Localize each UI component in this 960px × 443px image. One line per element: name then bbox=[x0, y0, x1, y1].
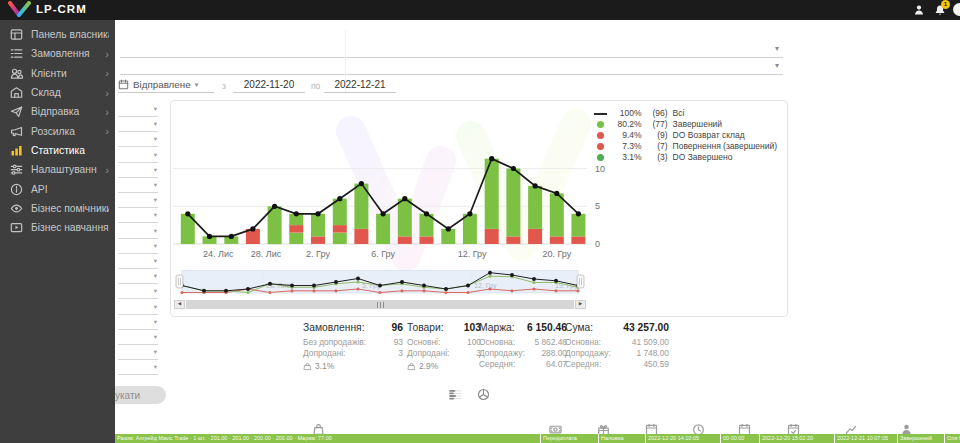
sidebar-item-statistics[interactable]: Статистика bbox=[0, 141, 115, 160]
filter-select-top-2[interactable]: ▾ bbox=[120, 58, 783, 75]
sidebar-item-orders[interactable]: Замовлення› bbox=[0, 44, 115, 63]
mini-filter-select-8[interactable]: ▾ bbox=[118, 209, 158, 223]
stat-sub-label: Допродані: bbox=[303, 348, 345, 359]
legend-item[interactable]: 100%(96)Всі bbox=[593, 108, 777, 119]
date-to-input[interactable]: 2022-12-21 bbox=[324, 77, 396, 93]
legend-label: Повернення (завершений) bbox=[673, 141, 777, 151]
helpers-icon bbox=[10, 202, 23, 215]
mini-filter-select-4[interactable]: ▾ bbox=[118, 149, 158, 163]
mini-filter-select-17[interactable]: ▾ bbox=[118, 346, 158, 360]
sidebar-item-shipping[interactable]: Відправка› bbox=[0, 102, 115, 121]
sidebar-item-api[interactable]: API bbox=[0, 179, 115, 198]
training-icon bbox=[10, 221, 23, 234]
date-type-label: Відправлене bbox=[133, 79, 191, 90]
stat-sub-label: Середня: bbox=[479, 359, 515, 370]
user-icon[interactable] bbox=[913, 4, 925, 16]
sidebar-item-label: Бізнес навчання bbox=[31, 222, 109, 233]
scroll-right-button[interactable]: ▶ bbox=[575, 300, 586, 309]
sidebar-item-label: Панель власника bbox=[31, 29, 109, 40]
chevron-down-icon: ▾ bbox=[154, 120, 157, 128]
orders-chart-panel: 051024. Лис28. Лис2. Гру6. Гру12. Гру20.… bbox=[170, 100, 788, 317]
scrollbar-grip[interactable] bbox=[373, 302, 387, 308]
chart-navigator[interactable]: 28. Лис5. Гру12. Гру19. Гру bbox=[174, 269, 586, 299]
stat-sub-label: Допродажу: bbox=[479, 348, 525, 359]
stat-sub-label: Основна: bbox=[479, 337, 515, 348]
mini-filter-select-18[interactable]: ▾ bbox=[118, 361, 158, 375]
sidebar-item-mailing[interactable]: Розсилка› bbox=[0, 121, 115, 140]
chevron-down-icon: ▾ bbox=[154, 272, 157, 280]
sidebar-item-settings[interactable]: Налаштування› bbox=[0, 160, 115, 179]
notification-badge: 1 bbox=[941, 0, 950, 9]
legend-item[interactable]: 80.2%(77)Завершений bbox=[593, 119, 777, 130]
x-axis-tick: 12. Гру bbox=[458, 249, 487, 259]
stat-sub-value: 288.00 bbox=[541, 348, 567, 359]
legend-item[interactable]: 7.3%(7)Повернення (завершений) bbox=[593, 141, 777, 152]
pie-chart-icon[interactable] bbox=[477, 388, 490, 401]
sidebar-item-helpers[interactable]: Бізнес помічники bbox=[0, 199, 115, 218]
table-total-row: Разом: Апгрейд Mavic Trade · 1 шт. · 201… bbox=[115, 434, 960, 443]
chevron-right-icon: › bbox=[105, 87, 109, 99]
legend-count: (7) bbox=[644, 141, 668, 152]
mini-filter-select-6[interactable]: ▾ bbox=[118, 179, 158, 193]
sidebar-item-training[interactable]: Бізнес навчання bbox=[0, 218, 115, 237]
stat-title: Сума: bbox=[565, 322, 593, 333]
legend-item[interactable]: 3.1%(3)DO Завершено bbox=[593, 152, 777, 163]
table-cell: Оля Но bbox=[944, 434, 960, 443]
legend-percent: 80.2% bbox=[608, 119, 642, 130]
navigator-scrollbar[interactable]: ◀ ▶ bbox=[174, 300, 586, 309]
sidebar-item-warehouse[interactable]: Склад› bbox=[0, 83, 115, 102]
mailing-icon bbox=[10, 125, 23, 138]
chart-legend: 100%(96)Всі80.2%(77)Завершений9.4%(9)DO … bbox=[593, 108, 777, 163]
stat-sub-value: 41 509.00 bbox=[632, 337, 669, 348]
navigator-right-handle[interactable] bbox=[577, 275, 584, 288]
legend-count: (77) bbox=[644, 119, 668, 130]
mini-filter-select-14[interactable]: ▾ bbox=[118, 301, 158, 315]
settings-icon bbox=[10, 163, 23, 176]
mini-filter-select-12[interactable]: ▾ bbox=[118, 270, 158, 284]
stat-sub-value: 93 bbox=[394, 337, 403, 348]
chevron-down-icon: ▾ bbox=[154, 105, 157, 113]
legend-item[interactable]: 9.4%(9)DO Возврат склад bbox=[593, 130, 777, 141]
date-type-select[interactable]: Відправлене ▾ bbox=[118, 77, 214, 93]
stat-sub-value: 1 748.00 bbox=[636, 348, 669, 359]
mini-filter-select-5[interactable]: ▾ bbox=[118, 164, 158, 178]
stat-value: 6 150.46 bbox=[527, 322, 567, 333]
stat-sub-label: Без допродажів: bbox=[303, 337, 366, 348]
sidebar-item-label: Замовлення bbox=[31, 48, 97, 59]
sidebar-item-clients[interactable]: Клієнти› bbox=[0, 64, 115, 83]
sidebar-item-owner-panel[interactable]: Панель власника bbox=[0, 25, 115, 44]
list-bars-icon[interactable] bbox=[449, 388, 462, 401]
legend-dot-marker bbox=[597, 121, 604, 128]
mini-filter-select-13[interactable]: ▾ bbox=[118, 285, 158, 299]
mini-filter-select-10[interactable]: ▾ bbox=[118, 240, 158, 254]
orders-chart[interactable]: 051024. Лис28. Лис2. Гру6. Гру12. Гру20.… bbox=[173, 104, 613, 262]
lp-crm-logo-icon bbox=[7, 1, 33, 18]
sidebar-item-label: Відправка bbox=[31, 106, 97, 117]
date-from-input[interactable]: 2022-11-20 bbox=[233, 77, 305, 93]
mini-filter-select-2[interactable]: ▾ bbox=[118, 118, 158, 132]
table-cell: Завершений bbox=[897, 434, 943, 443]
from-label: з bbox=[222, 81, 226, 91]
mini-filter-select-16[interactable]: ▾ bbox=[118, 331, 158, 345]
mini-filter-select-11[interactable]: ▾ bbox=[118, 255, 158, 269]
avatar[interactable] bbox=[953, 3, 960, 16]
stat-sub-value: 5 862.46 bbox=[534, 337, 567, 348]
mini-filter-select-1[interactable]: ▾ bbox=[118, 103, 158, 117]
sidebar: Панель власникаЗамовлення›Клієнти›Склад›… bbox=[0, 20, 115, 443]
mini-filter-select-3[interactable]: ▾ bbox=[118, 133, 158, 147]
scroll-left-button[interactable]: ◀ bbox=[174, 300, 185, 309]
y-axis-tick: 10 bbox=[595, 164, 605, 174]
navigator-left-handle[interactable] bbox=[176, 275, 183, 288]
chevron-down-icon: ▾ bbox=[154, 196, 157, 204]
mini-filter-select-15[interactable]: ▾ bbox=[118, 316, 158, 330]
table-cell: Наложка bbox=[598, 434, 644, 443]
legend-dot-marker bbox=[597, 143, 604, 150]
upsell-percent: 3.1% bbox=[315, 361, 334, 371]
legend-label: Завершений bbox=[673, 119, 722, 129]
filter-select-top-1[interactable]: ▾ bbox=[120, 41, 783, 58]
mini-filter-select-7[interactable]: ▾ bbox=[118, 194, 158, 208]
mini-filter-select-9[interactable]: ▾ bbox=[118, 225, 158, 239]
x-axis-tick: 20. Гру bbox=[542, 249, 571, 259]
scrollbar-track[interactable] bbox=[186, 300, 574, 309]
legend-dot-marker bbox=[597, 132, 604, 139]
